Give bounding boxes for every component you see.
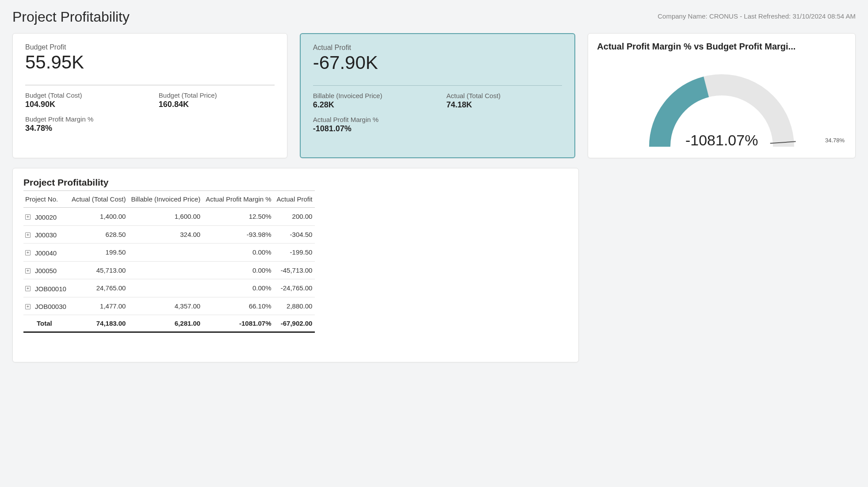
budget-margin-label: Budget Profit Margin %	[25, 115, 275, 123]
cell-billable	[128, 279, 203, 297]
budget-profit-value: 55.95K	[25, 52, 275, 72]
table-row[interactable]: +JOB000301,477.004,357.0066.10%2,880.00	[23, 297, 315, 315]
profitability-table-card[interactable]: Project Profitability Project No. Actual…	[12, 168, 579, 362]
cell-billable: 1,600.00	[128, 208, 203, 226]
cell-total-label: Total	[23, 315, 69, 332]
actual-profit-label: Actual Profit	[313, 44, 562, 52]
company-label: Company Name:	[658, 12, 707, 20]
col-billable[interactable]: Billable (Invoiced Price)	[128, 191, 203, 208]
col-cost[interactable]: Actual (Total Cost)	[69, 191, 129, 208]
gauge-chart: -1081.07% 34.78%	[597, 56, 846, 153]
kpi-cards-row: Budget Profit 55.95K Budget (Total Cost)…	[12, 33, 856, 158]
company-name: CRONUS	[709, 12, 738, 20]
budget-price-label: Budget (Total Price)	[159, 91, 275, 99]
budget-cost-label: Budget (Total Cost)	[25, 91, 141, 99]
cell-margin: -93.98%	[203, 225, 274, 244]
project-no: JOB00010	[35, 285, 66, 293]
cell-margin: 0.00%	[203, 244, 274, 262]
cell-cost: 199.50	[69, 244, 129, 262]
project-no: J00040	[35, 249, 57, 257]
table-header-row: Project No. Actual (Total Cost) Billable…	[23, 191, 315, 208]
budget-profit-card[interactable]: Budget Profit 55.95K Budget (Total Cost)…	[12, 33, 287, 158]
col-profit[interactable]: Actual Profit	[274, 191, 315, 208]
divider	[313, 85, 562, 86]
expand-icon[interactable]: +	[25, 304, 31, 309]
gauge-title: Actual Profit Margin % vs Budget Profit …	[597, 42, 846, 52]
expand-icon[interactable]: +	[25, 268, 31, 274]
divider	[25, 85, 275, 85]
actual-margin-value: -1081.07%	[313, 124, 562, 133]
actual-profit-value: -67.90K	[313, 53, 562, 73]
project-no: J00050	[35, 267, 57, 274]
col-margin[interactable]: Actual Profit Margin %	[203, 191, 274, 208]
cell-profit: -199.50	[274, 244, 315, 262]
gauge-center-value: -1081.07%	[685, 132, 758, 149]
expand-icon[interactable]: +	[25, 286, 31, 291]
cell-project[interactable]: +JOB00010	[23, 279, 69, 297]
cell-project[interactable]: +J00020	[23, 208, 69, 226]
project-no: J00030	[35, 231, 57, 239]
table-total-row: Total74,183.006,281.00-1081.07%-67,902.0…	[23, 315, 315, 332]
cell-billable: 4,357.00	[128, 297, 203, 315]
refresh-info: Company Name: CRONUS - Last Refreshed: 3…	[658, 12, 856, 20]
table-row[interactable]: +J00030628.50324.00-93.98%-304.50	[23, 225, 315, 244]
cell-cost: 24,765.00	[69, 279, 129, 297]
cell-margin: 12.50%	[203, 208, 274, 226]
cell-total-billable: 6,281.00	[128, 315, 203, 332]
cell-profit: -304.50	[274, 225, 315, 244]
cell-cost: 1,400.00	[69, 208, 129, 226]
billable-label: Billable (Invoiced Price)	[313, 92, 429, 99]
cell-margin: 0.00%	[203, 261, 274, 279]
budget-cost-value: 104.90K	[25, 100, 141, 109]
table-row[interactable]: +JOB0001024,765.000.00%-24,765.00	[23, 279, 315, 297]
cell-billable: 324.00	[128, 225, 203, 244]
gauge-target-label: 34.78%	[825, 137, 845, 144]
cell-project[interactable]: +J00050	[23, 261, 69, 279]
refreshed-at: 31/10/2024 08:54 AM	[792, 12, 856, 20]
page-title: Project Profitability	[12, 9, 130, 25]
header-row: Project Profitability Company Name: CRON…	[12, 9, 856, 25]
expand-icon[interactable]: +	[25, 250, 31, 255]
profitability-table[interactable]: Project No. Actual (Total Cost) Billable…	[23, 190, 315, 333]
budget-margin-value: 34.78%	[25, 124, 275, 133]
cell-total-margin: -1081.07%	[203, 315, 274, 332]
actual-profit-card[interactable]: Actual Profit -67.90K Billable (Invoiced…	[300, 33, 576, 158]
expand-icon[interactable]: +	[25, 232, 31, 238]
billable-value: 6.28K	[313, 100, 429, 110]
actual-cost-label: Actual (Total Cost)	[447, 92, 562, 99]
cell-project[interactable]: +JOB00030	[23, 297, 69, 315]
actual-margin-label: Actual Profit Margin %	[313, 116, 562, 123]
cell-billable	[128, 244, 203, 262]
cell-profit: -45,713.00	[274, 261, 315, 279]
budget-profit-label: Budget Profit	[25, 43, 275, 51]
gauge-card[interactable]: Actual Profit Margin % vs Budget Profit …	[588, 33, 856, 158]
cell-profit: 2,880.00	[274, 297, 315, 315]
table-row[interactable]: +J000201,400.001,600.0012.50%200.00	[23, 208, 315, 226]
cell-margin: 66.10%	[203, 297, 274, 315]
cell-profit: 200.00	[274, 208, 315, 226]
table-row[interactable]: +J0005045,713.000.00%-45,713.00	[23, 261, 315, 279]
expand-icon[interactable]: +	[25, 214, 31, 220]
cell-project[interactable]: +J00040	[23, 244, 69, 262]
refreshed-label: Last Refreshed:	[744, 12, 791, 20]
cell-profit: -24,765.00	[274, 279, 315, 297]
project-no: JOB00030	[35, 303, 66, 310]
cell-billable	[128, 261, 203, 279]
cell-margin: 0.00%	[203, 279, 274, 297]
table-row[interactable]: +J00040199.500.00%-199.50	[23, 244, 315, 262]
col-project[interactable]: Project No.	[23, 191, 69, 208]
cell-project[interactable]: +J00030	[23, 225, 69, 244]
cell-total-profit: -67,902.00	[274, 315, 315, 332]
cell-cost: 1,477.00	[69, 297, 129, 315]
project-no: J00020	[35, 213, 57, 221]
cell-cost: 45,713.00	[69, 261, 129, 279]
cell-total-cost: 74,183.00	[69, 315, 129, 332]
table-title: Project Profitability	[23, 177, 568, 188]
actual-cost-value: 74.18K	[447, 100, 562, 110]
budget-price-value: 160.84K	[159, 100, 275, 109]
cell-cost: 628.50	[69, 225, 129, 244]
